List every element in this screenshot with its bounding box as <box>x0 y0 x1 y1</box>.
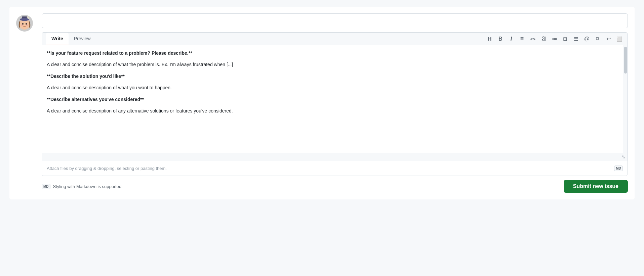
footer-markdown-text: Styling with Markdown is supported <box>53 184 122 189</box>
italic-icon[interactable]: I <box>507 35 515 43</box>
editor-wrapper: **Is your feature request related to a p… <box>42 45 628 176</box>
footer-left: MD Styling with Markdown is supported <box>42 184 121 189</box>
scrollbar-thumb <box>624 47 627 74</box>
paragraph-1-bold: **Is your feature request related to a p… <box>47 49 623 57</box>
tab-write[interactable]: Write <box>46 33 69 45</box>
scrollbar-track[interactable] <box>623 45 628 153</box>
bullet-list-icon[interactable]: ≔ <box>551 34 559 43</box>
form-container: Hacktoberfest - I got a new idea Write P… <box>42 13 628 193</box>
bold-icon[interactable]: B <box>496 35 505 43</box>
avatar-container <box>16 13 36 32</box>
avatar <box>16 15 33 32</box>
footer-markdown-badge: MD <box>42 184 50 189</box>
resize-handle-area: ⤡ <box>42 153 628 161</box>
page-container: Hacktoberfest - I got a new idea Write P… <box>9 7 635 199</box>
tab-preview[interactable]: Preview <box>69 33 96 45</box>
link-icon[interactable]: ⛓ <box>540 35 548 43</box>
svg-point-6 <box>21 25 23 26</box>
code-icon[interactable]: <> <box>529 35 537 43</box>
editor-content: **Is your feature request related to a p… <box>47 49 623 114</box>
undo-icon[interactable]: ↩ <box>604 34 612 43</box>
mention-icon[interactable]: @ <box>583 35 591 43</box>
paragraph-2-bold: **Describe the solution you'd like** <box>47 73 623 80</box>
footer-row: MD Styling with Markdown is supported Su… <box>42 180 628 193</box>
attach-text: Attach files by dragging & dropping, sel… <box>47 166 167 171</box>
svg-point-4 <box>22 23 24 25</box>
bold-section-2: **Describe the solution you'd like** <box>47 74 125 79</box>
editor-tabs-bar: Write Preview H B I ≡ <> ⛓ ≔ ⊞ ☰ @ ⧉ ↩ ⬜ <box>42 33 628 45</box>
fullscreen-icon[interactable]: ⬜ <box>615 35 623 43</box>
toolbar: H B I ≡ <> ⛓ ≔ ⊞ ☰ @ ⧉ ↩ ⬜ <box>486 34 623 44</box>
reference-icon[interactable]: ⧉ <box>594 35 602 43</box>
bold-section-3: **Describe alternatives you've considere… <box>47 97 144 102</box>
title-input[interactable]: Hacktoberfest - I got a new idea <box>42 13 628 28</box>
svg-point-3 <box>20 18 29 21</box>
attach-area[interactable]: Attach files by dragging & dropping, sel… <box>42 161 628 176</box>
tasklist-icon[interactable]: ☰ <box>572 35 580 43</box>
svg-point-5 <box>26 23 27 25</box>
paragraph-1-desc: A clear and concise description of what … <box>47 61 623 68</box>
resize-icon: ⤡ <box>621 154 626 159</box>
editor-body[interactable]: **Is your feature request related to a p… <box>42 45 628 153</box>
editor-container: Write Preview H B I ≡ <> ⛓ ≔ ⊞ ☰ @ ⧉ ↩ ⬜ <box>42 32 628 176</box>
svg-point-7 <box>26 25 28 26</box>
numbered-list-icon[interactable]: ⊞ <box>561 35 569 43</box>
attach-markdown-badge: MD <box>614 166 623 171</box>
unordered-list-icon[interactable]: ≡ <box>518 34 526 44</box>
paragraph-3-desc: A clear and concise description of any a… <box>47 107 623 114</box>
bold-section-1: **Is your feature request related to a p… <box>47 50 192 56</box>
paragraph-3-bold: **Describe alternatives you've considere… <box>47 96 623 103</box>
paragraph-2-desc: A clear and concise description of what … <box>47 84 623 91</box>
submit-button[interactable]: Submit new issue <box>564 180 628 193</box>
heading-icon[interactable]: H <box>486 35 494 43</box>
